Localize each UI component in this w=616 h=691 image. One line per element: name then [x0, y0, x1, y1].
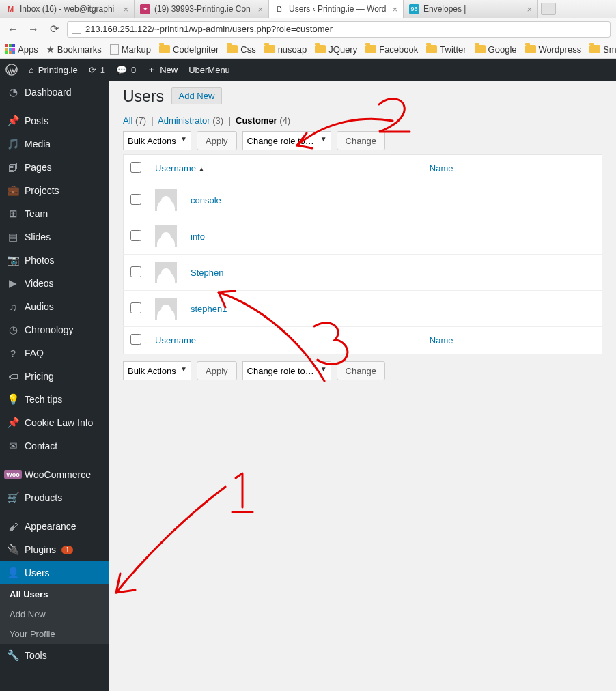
filter-all[interactable]: All	[123, 115, 132, 126]
browser-tab[interactable]: ✦ (19) 39993-Printing.ie Con ×	[135, 0, 269, 18]
reload-button[interactable]: ⟳	[46, 22, 61, 37]
browser-tab[interactable]: 96 Envelopes | ×	[404, 0, 538, 18]
star-icon: ★	[46, 44, 55, 55]
sidebar-item-team[interactable]: ⊞Team	[0, 202, 109, 225]
back-button[interactable]: ←	[5, 22, 20, 37]
change-role-select[interactable]: Change role to…	[242, 131, 331, 150]
sidebar-item-dashboard[interactable]: ◔Dashboard	[0, 81, 109, 104]
new-link[interactable]: ＋New	[147, 64, 178, 76]
filter-administrator[interactable]: Administrator	[158, 115, 210, 126]
sidebar-item-faq[interactable]: ?FAQ	[0, 341, 109, 365]
submenu-item-add-new[interactable]: Add New	[0, 604, 109, 624]
browser-tab[interactable]: M Inbox (16) - web@itgraphi ×	[0, 0, 135, 18]
sidebar-item-pricing[interactable]: 🏷Pricing	[0, 365, 109, 388]
wp-admin-bar: ⌂Printing.ie ⟳1 💬0 ＋New UberMenu	[0, 59, 616, 81]
sidebar-item-products[interactable]: 🛒Products	[0, 486, 109, 509]
username-link[interactable]: Stephen	[191, 268, 223, 278]
sidebar-item-videos[interactable]: ▶Videos	[0, 272, 109, 295]
sidebar-item-pages[interactable]: 🗐Pages	[0, 156, 109, 179]
close-icon[interactable]: ×	[123, 4, 128, 14]
bookmark-folder[interactable]: Wordpress	[525, 44, 582, 55]
new-tab-button[interactable]	[541, 3, 556, 15]
updates-link[interactable]: ⟳1	[89, 65, 105, 75]
submenu-item-all-users[interactable]: All Users	[0, 584, 109, 604]
sidebar-item-cookie-law-info[interactable]: 📌Cookie Law Info	[0, 411, 109, 434]
bookmark-label: nusoap	[278, 44, 307, 55]
forward-button[interactable]: →	[26, 22, 41, 37]
sidebar-item-audios[interactable]: ♫Audios	[0, 295, 109, 318]
bookmark-folder[interactable]: Css	[227, 44, 255, 55]
new-label: New	[160, 65, 178, 75]
audio-icon: ♫	[7, 300, 19, 313]
apply-button[interactable]: Apply	[197, 361, 237, 380]
change-button[interactable]: Change	[337, 131, 386, 150]
sidebar-item-chronology[interactable]: ◷Chronology	[0, 318, 109, 341]
bookmark-folder[interactable]: Twitter	[426, 44, 466, 55]
close-icon[interactable]: ×	[392, 4, 397, 14]
col-username[interactable]: Username▲	[148, 155, 423, 182]
sidebar-item-label: Appearance	[25, 521, 76, 532]
tab-label: Inbox (16) - web@itgraphi	[20, 4, 119, 14]
bookmark-folder[interactable]: Google	[475, 44, 517, 55]
ubermenu-link[interactable]: UberMenu	[188, 65, 230, 75]
bookmark-folder[interactable]: CodeIgniter	[159, 44, 219, 55]
sidebar-item-media[interactable]: 🎵Media	[0, 132, 109, 156]
mail-icon: ✉	[7, 440, 19, 452]
select-all-checkbox[interactable]	[130, 162, 141, 173]
refresh-icon: ⟳	[89, 65, 96, 75]
row-checkbox[interactable]	[130, 230, 141, 241]
username-link[interactable]: info	[191, 231, 205, 242]
filter-customer[interactable]: Customer	[236, 115, 277, 126]
bookmark-folder[interactable]: Facebook	[365, 44, 418, 55]
bulk-actions-select[interactable]: Bulk Actions	[123, 131, 191, 150]
submenu-item-your-profile[interactable]: Your Profile	[0, 624, 109, 644]
col-username[interactable]: Username	[148, 327, 423, 354]
close-icon[interactable]: ×	[257, 4, 263, 14]
sidebar-item-tools[interactable]: 🔧Tools	[0, 644, 109, 667]
url-text: 213.168.251.122/~printin1/wp-admin/users…	[85, 24, 333, 34]
bookmark-label: Apps	[18, 44, 38, 55]
col-name[interactable]: Name	[423, 155, 602, 182]
brush-icon: 🖌	[7, 520, 19, 533]
sidebar-item-contact[interactable]: ✉Contact	[0, 434, 109, 457]
site-link[interactable]: ⌂Printing.ie	[29, 65, 78, 75]
browser-tab-active[interactable]: 🗋 Users ‹ Printing.ie — Word ×	[269, 0, 404, 18]
bookmark-label: Wordpress	[539, 44, 582, 55]
username-link[interactable]: stephen1	[191, 304, 227, 314]
tag-icon: 🏷	[7, 370, 19, 382]
change-role-select[interactable]: Change role to…	[242, 361, 331, 380]
row-checkbox[interactable]	[130, 302, 141, 313]
sidebar-item-woocommerce[interactable]: WooWooCommerce	[0, 463, 109, 486]
apply-button[interactable]: Apply	[197, 131, 237, 150]
bulk-actions-select[interactable]: Bulk Actions	[123, 361, 191, 380]
row-checkbox[interactable]	[130, 266, 141, 277]
sidebar-item-plugins[interactable]: 🔌Plugins1	[0, 538, 109, 561]
bookmark-folder[interactable]: nusoap	[264, 44, 307, 55]
col-name[interactable]: Name	[423, 327, 602, 354]
bookmark-folder[interactable]: SmartGi	[589, 44, 616, 55]
address-bar[interactable]: 213.168.251.122/~printin1/wp-admin/users…	[67, 21, 611, 38]
sidebar-item-photos[interactable]: 📷Photos	[0, 249, 109, 272]
bookmark-item[interactable]: ★Bookmarks	[46, 44, 102, 55]
apps-button[interactable]: Apps	[5, 44, 38, 55]
sidebar-item-posts[interactable]: 📌Posts	[0, 109, 109, 132]
pin-icon: 📌	[7, 115, 19, 127]
slides-icon: ▤	[7, 231, 19, 243]
username-link[interactable]: console	[191, 195, 221, 206]
comments-link[interactable]: 💬0	[116, 65, 136, 75]
bookmark-folder[interactable]: JQuery	[315, 44, 357, 55]
row-checkbox[interactable]	[130, 194, 141, 205]
add-new-button[interactable]: Add New	[171, 87, 223, 104]
app-icon: 96	[409, 4, 419, 14]
change-button[interactable]: Change	[337, 361, 386, 380]
bookmark-item[interactable]: Markup	[110, 44, 151, 55]
sidebar-item-projects[interactable]: 💼Projects	[0, 179, 109, 202]
wp-logo[interactable]	[5, 64, 18, 76]
close-icon[interactable]: ×	[527, 4, 532, 14]
sidebar-item-tech-tips[interactable]: 💡Tech tips	[0, 388, 109, 411]
sidebar-item-slides[interactable]: ▤Slides	[0, 225, 109, 249]
sidebar-item-appearance[interactable]: 🖌Appearance	[0, 515, 109, 538]
sidebar-item-users[interactable]: 👤Users	[0, 561, 109, 584]
browser-tabstrip: M Inbox (16) - web@itgraphi × ✦ (19) 399…	[0, 0, 616, 18]
select-all-checkbox[interactable]	[130, 334, 141, 345]
